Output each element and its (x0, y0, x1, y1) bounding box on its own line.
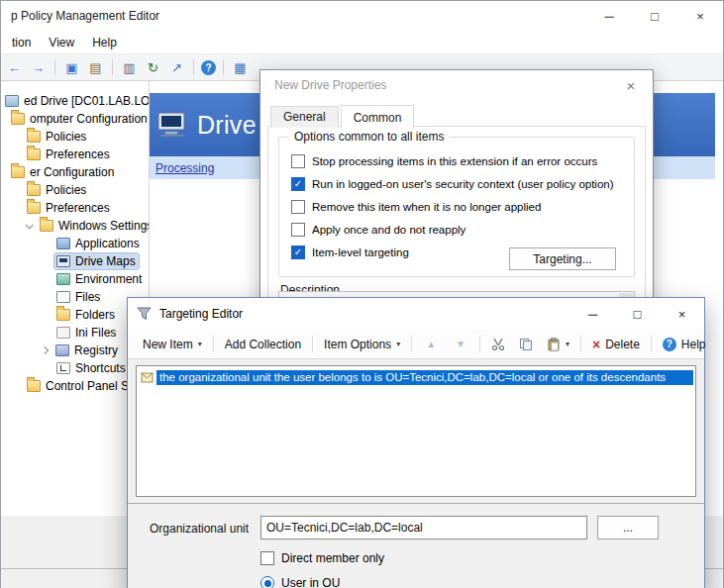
toolbar-separator (193, 59, 194, 75)
close-icon[interactable]: × (609, 70, 653, 100)
minimize-icon[interactable]: ─ (586, 1, 632, 31)
user-in-ou-row: User in OU (260, 576, 340, 588)
close-icon[interactable]: × (660, 298, 704, 330)
dropdown-caret-icon: ▾ (566, 340, 569, 348)
gpme-titlebar: p Policy Management Editor ─ □ × (1, 1, 723, 31)
targeting-button[interactable]: Targeting... (509, 247, 616, 270)
console-tree-icon[interactable]: ▣ (62, 58, 81, 77)
targeting-item-text: the organizational unit the user belongs… (156, 370, 693, 385)
down-arrow-icon: ▼ (453, 339, 468, 349)
cpanel-icon (27, 380, 41, 392)
tree-item-label: Folders (75, 308, 115, 322)
tree-item-policies[interactable]: Policies (1, 181, 149, 199)
tree-item-policies[interactable]: Policies (1, 128, 149, 146)
option-label: Stop processing items in this extension … (312, 155, 597, 167)
radio-dot (264, 580, 271, 587)
minimize-icon[interactable]: ─ (570, 298, 615, 330)
tree-item-preferences[interactable]: Preferences (1, 146, 149, 163)
targeting-detail-pane: Organizational unit ... Direct member on… (128, 503, 704, 588)
direct-member-checkbox[interactable] (260, 551, 274, 565)
toolbar-separator (411, 336, 412, 352)
printer-icon[interactable]: ▥ (120, 58, 139, 77)
app-icon (56, 238, 70, 249)
user-in-ou-radio[interactable] (260, 576, 274, 588)
checkbox-icon[interactable] (291, 154, 305, 168)
new-item-button[interactable]: New Item▾ (136, 334, 209, 355)
tree-item-environment[interactable]: Environment (1, 270, 149, 288)
expander-collapsed-icon[interactable] (41, 346, 49, 354)
tree-item-omputer-configuration[interactable]: omputer Configuration (1, 110, 149, 128)
folder-icon (27, 184, 41, 196)
browse-button[interactable]: ... (597, 516, 659, 539)
cut-button[interactable] (484, 334, 512, 355)
folder-icon (11, 166, 25, 178)
menu-bar: tionViewHelp (1, 31, 723, 54)
paste-button[interactable]: ▾ (540, 334, 576, 355)
tree-item-windows-settings[interactable]: Windows Settings (1, 217, 149, 235)
shortcut-icon (56, 362, 70, 374)
menu-tion[interactable]: tion (3, 36, 40, 49)
toolbar-separator (580, 336, 581, 352)
tree-item-label: Policies (46, 183, 86, 197)
option-apply-once-and-do-not-reapply[interactable]: Apply once and do not reapply (291, 218, 622, 241)
table-icon[interactable]: ▦ (231, 58, 250, 77)
toolbar-separator (312, 336, 313, 352)
option-run-in-logged-on-user-s-security[interactable]: ✓Run in logged-on user's security contex… (291, 172, 622, 195)
targeting-editor-window: Targeting Editor ─ □ × New Item▾Add Coll… (127, 297, 705, 588)
expander-expanded-icon[interactable] (25, 221, 33, 229)
move-up-button[interactable]: ▲ (416, 335, 446, 353)
tree-item-label: Windows Settings (58, 219, 150, 233)
option-label: Run in logged-on user's security context… (312, 178, 614, 190)
checkbox-icon[interactable]: ✓ (291, 177, 305, 191)
forward-icon[interactable]: → (29, 58, 48, 77)
drive-maps-header-icon (157, 112, 187, 138)
processing-link[interactable]: Processing (155, 161, 214, 175)
copy-button[interactable] (512, 334, 540, 355)
groupbox-label: Options common to all items (289, 130, 449, 144)
toolbar-separator (479, 336, 480, 352)
checkbox-icon[interactable] (291, 200, 305, 214)
maximize-icon[interactable]: □ (615, 298, 660, 330)
toolbar-separator (651, 336, 652, 352)
close-icon[interactable]: × (677, 1, 723, 31)
help-icon[interactable]: ? (201, 60, 216, 75)
tab-general[interactable]: General (270, 106, 339, 128)
add-collection-button[interactable]: Add Collection (218, 334, 308, 355)
tree-item-label: Policies (46, 130, 86, 144)
toolbar-separator (54, 59, 55, 75)
maximize-icon[interactable]: □ (632, 1, 677, 31)
menu-view[interactable]: View (40, 36, 83, 49)
organizational-unit-input[interactable] (260, 516, 587, 539)
option-stop-processing-items-in-this-ex[interactable]: Stop processing items in this extension … (291, 149, 622, 172)
tab-common[interactable]: Common (341, 105, 415, 129)
options-list: Stop processing items in this extension … (291, 149, 622, 263)
back-icon[interactable]: ← (5, 58, 24, 77)
item-options-button[interactable]: Item Options▾ (317, 334, 407, 355)
dialog-titlebar: New Drive Properties (260, 70, 653, 100)
checkbox-icon[interactable]: ✓ (291, 245, 305, 259)
tree-item-label: Registry (74, 343, 118, 357)
copy-icon (519, 338, 533, 351)
tree-item-drive-maps[interactable]: Drive Maps (1, 252, 149, 270)
window-controls: ─ □ × (586, 1, 723, 31)
targeting-item-row[interactable]: the organizational unit the user belongs… (139, 368, 693, 386)
refresh-icon[interactable]: ↻ (144, 58, 162, 77)
tree-item-preferences[interactable]: Preferences (1, 199, 149, 217)
tree-item-er-configuration[interactable]: er Configuration (1, 163, 149, 181)
move-down-button[interactable]: ▼ (446, 335, 475, 353)
help-button[interactable]: ?Help (656, 334, 713, 355)
option-remove-this-item-when-it-is-no-l[interactable]: Remove this item when it is no longer ap… (291, 195, 622, 218)
targeting-titlebar: Targeting Editor ─ □ × (128, 298, 704, 330)
tree-item-label: Ini Files (75, 326, 116, 340)
clipboard-icon[interactable]: ▤ (86, 58, 105, 77)
ini-icon (56, 327, 70, 339)
menu-help[interactable]: Help (83, 36, 126, 49)
tree-item-ed-drive-dc01-lab-loca[interactable]: ed Drive [DC01.LAB.LOCA (1, 92, 149, 110)
checkbox-icon[interactable] (291, 223, 305, 237)
toolbar-separator (112, 59, 113, 75)
tree-item-applications[interactable]: Applications (1, 235, 149, 252)
export-icon[interactable]: ↗ (167, 58, 186, 77)
ou-item-icon (141, 371, 154, 384)
delete-button[interactable]: ×Delete (585, 334, 647, 355)
gpo-icon (5, 95, 19, 107)
